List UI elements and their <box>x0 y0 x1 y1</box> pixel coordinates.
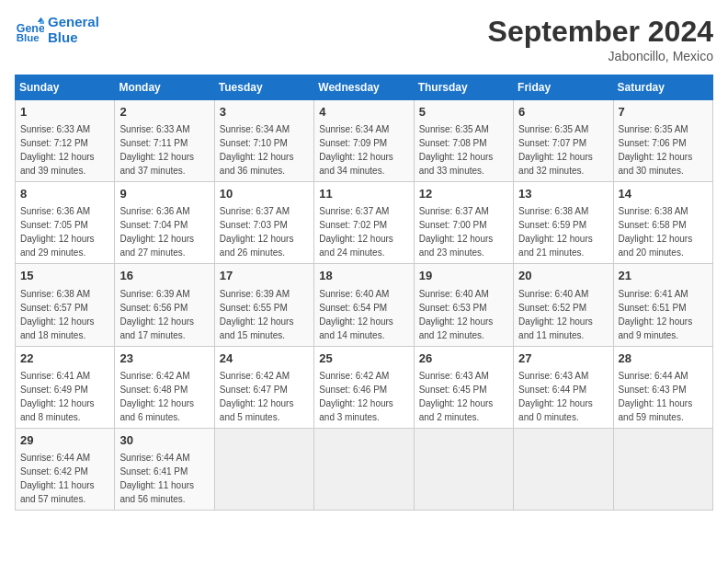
sunrise-text: Sunrise: 6:44 AM <box>20 453 90 463</box>
calendar-cell: 8Sunrise: 6:36 AMSunset: 7:05 PMDaylight… <box>16 182 115 264</box>
calendar-week-2: 8Sunrise: 6:36 AMSunset: 7:05 PMDaylight… <box>16 182 713 264</box>
calendar-cell: 30Sunrise: 6:44 AMSunset: 6:41 PMDayligh… <box>115 428 214 510</box>
day-number: 14 <box>619 186 708 202</box>
calendar-week-1: 1Sunrise: 6:33 AMSunset: 7:12 PMDaylight… <box>16 100 713 182</box>
calendar-cell <box>214 428 313 510</box>
calendar-cell: 13Sunrise: 6:38 AMSunset: 6:59 PMDayligh… <box>514 182 613 264</box>
daylight-text: Daylight: 12 hours and 9 minutes. <box>619 316 693 340</box>
calendar-cell: 21Sunrise: 6:41 AMSunset: 6:51 PMDayligh… <box>613 264 712 346</box>
day-number: 26 <box>419 350 508 367</box>
sunset-text: Sunset: 6:48 PM <box>119 385 188 395</box>
sunset-text: Sunset: 7:02 PM <box>319 220 387 230</box>
sunset-text: Sunset: 7:00 PM <box>419 220 487 230</box>
daylight-text: Daylight: 12 hours and 17 minutes. <box>119 316 194 340</box>
sunrise-text: Sunrise: 6:36 AM <box>119 206 189 216</box>
sunset-text: Sunset: 6:55 PM <box>220 303 288 313</box>
day-number: 21 <box>619 268 708 284</box>
sunset-text: Sunset: 6:49 PM <box>20 385 88 395</box>
day-number: 29 <box>20 432 109 449</box>
day-number: 8 <box>20 186 109 202</box>
day-number: 17 <box>220 268 309 284</box>
daylight-text: Daylight: 12 hours and 6 minutes. <box>119 398 194 422</box>
day-number: 3 <box>220 104 309 121</box>
calendar-cell: 19Sunrise: 6:40 AMSunset: 6:53 PMDayligh… <box>414 264 513 346</box>
sunset-text: Sunset: 7:11 PM <box>119 138 188 148</box>
day-number: 24 <box>220 350 309 367</box>
calendar-header-row: SundayMondayTuesdayWednesdayThursdayFrid… <box>16 75 713 100</box>
sunrise-text: Sunrise: 6:39 AM <box>119 289 189 299</box>
calendar-cell: 1Sunrise: 6:33 AMSunset: 7:12 PMDaylight… <box>16 100 115 182</box>
daylight-text: Daylight: 12 hours and 30 minutes. <box>619 152 693 176</box>
calendar-week-5: 29Sunrise: 6:44 AMSunset: 6:42 PMDayligh… <box>16 428 713 510</box>
sunrise-text: Sunrise: 6:40 AM <box>518 289 588 299</box>
day-number: 12 <box>419 186 508 202</box>
daylight-text: Daylight: 12 hours and 32 minutes. <box>518 152 593 176</box>
sunset-text: Sunset: 6:58 PM <box>619 220 687 230</box>
daylight-text: Daylight: 11 hours and 59 minutes. <box>619 398 693 422</box>
day-number: 2 <box>119 104 209 121</box>
day-number: 7 <box>619 104 708 121</box>
daylight-text: Daylight: 12 hours and 3 minutes. <box>319 398 393 422</box>
daylight-text: Daylight: 12 hours and 11 minutes. <box>518 316 593 340</box>
daylight-text: Daylight: 12 hours and 39 minutes. <box>20 152 95 176</box>
sunrise-text: Sunrise: 6:41 AM <box>619 289 688 299</box>
calendar-body: 1Sunrise: 6:33 AMSunset: 7:12 PMDaylight… <box>16 100 713 511</box>
sunset-text: Sunset: 7:06 PM <box>619 138 687 148</box>
calendar-cell <box>613 428 712 510</box>
sunrise-text: Sunrise: 6:36 AM <box>20 206 90 216</box>
daylight-text: Daylight: 12 hours and 27 minutes. <box>119 234 194 258</box>
sunset-text: Sunset: 7:04 PM <box>119 220 188 230</box>
logo-text: GeneralBlue <box>48 15 99 45</box>
day-number: 16 <box>119 268 209 284</box>
sunrise-text: Sunrise: 6:43 AM <box>518 371 588 381</box>
sunset-text: Sunset: 6:41 PM <box>119 466 188 477</box>
daylight-text: Daylight: 12 hours and 37 minutes. <box>119 152 194 176</box>
calendar-cell: 10Sunrise: 6:37 AMSunset: 7:03 PMDayligh… <box>214 182 313 264</box>
sunrise-text: Sunrise: 6:42 AM <box>119 371 189 381</box>
sunset-text: Sunset: 7:08 PM <box>419 138 487 148</box>
calendar-table: SundayMondayTuesdayWednesdayThursdayFrid… <box>15 75 713 511</box>
daylight-text: Daylight: 12 hours and 5 minutes. <box>220 398 294 422</box>
day-number: 30 <box>119 432 209 449</box>
sunset-text: Sunset: 6:53 PM <box>419 303 487 313</box>
daylight-text: Daylight: 12 hours and 14 minutes. <box>319 316 393 340</box>
day-number: 13 <box>518 186 608 202</box>
month-title: September 2024 <box>488 15 713 49</box>
page-header: General Blue GeneralBlue September 2024 … <box>15 15 713 63</box>
calendar-cell: 4Sunrise: 6:34 AMSunset: 7:09 PMDaylight… <box>314 100 414 182</box>
sunrise-text: Sunrise: 6:38 AM <box>619 206 688 216</box>
day-number: 5 <box>419 104 508 121</box>
calendar-week-4: 22Sunrise: 6:41 AMSunset: 6:49 PMDayligh… <box>16 346 713 428</box>
sunrise-text: Sunrise: 6:38 AM <box>20 289 90 299</box>
sunrise-text: Sunrise: 6:34 AM <box>319 124 389 134</box>
sunrise-text: Sunrise: 6:35 AM <box>619 124 688 134</box>
day-number: 11 <box>319 186 408 202</box>
day-number: 28 <box>619 350 708 367</box>
day-number: 1 <box>20 104 109 121</box>
daylight-text: Daylight: 12 hours and 29 minutes. <box>20 234 95 258</box>
location: Jaboncillo, Mexico <box>488 49 713 63</box>
calendar-cell: 6Sunrise: 6:35 AMSunset: 7:07 PMDaylight… <box>514 100 613 182</box>
sunset-text: Sunset: 6:42 PM <box>20 466 88 477</box>
daylight-text: Daylight: 12 hours and 2 minutes. <box>419 398 494 422</box>
sunset-text: Sunset: 6:47 PM <box>220 385 288 395</box>
calendar-cell: 26Sunrise: 6:43 AMSunset: 6:45 PMDayligh… <box>414 346 513 428</box>
sunset-text: Sunset: 7:05 PM <box>20 220 88 230</box>
title-block: September 2024 Jaboncillo, Mexico <box>488 15 713 63</box>
day-number: 22 <box>20 350 109 367</box>
calendar-cell: 12Sunrise: 6:37 AMSunset: 7:00 PMDayligh… <box>414 182 513 264</box>
sunrise-text: Sunrise: 6:41 AM <box>20 371 90 381</box>
calendar-cell: 5Sunrise: 6:35 AMSunset: 7:08 PMDaylight… <box>414 100 513 182</box>
daylight-text: Daylight: 12 hours and 36 minutes. <box>220 152 294 176</box>
sunrise-text: Sunrise: 6:43 AM <box>419 371 489 381</box>
sunrise-text: Sunrise: 6:42 AM <box>319 371 389 381</box>
sunset-text: Sunset: 6:46 PM <box>319 385 387 395</box>
daylight-text: Daylight: 12 hours and 33 minutes. <box>419 152 494 176</box>
sunset-text: Sunset: 6:52 PM <box>518 303 586 313</box>
daylight-text: Daylight: 12 hours and 21 minutes. <box>518 234 593 258</box>
daylight-text: Daylight: 12 hours and 8 minutes. <box>20 398 95 422</box>
col-header-friday: Friday <box>514 75 613 100</box>
daylight-text: Daylight: 12 hours and 20 minutes. <box>619 234 693 258</box>
sunrise-text: Sunrise: 6:34 AM <box>220 124 290 134</box>
col-header-sunday: Sunday <box>16 75 115 100</box>
